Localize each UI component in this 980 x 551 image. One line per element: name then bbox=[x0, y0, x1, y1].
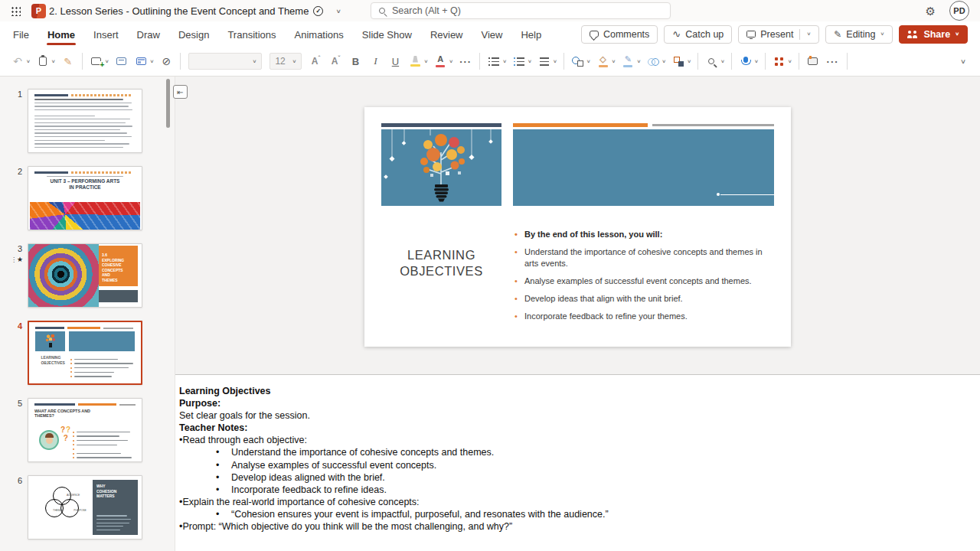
tab-home[interactable]: Home bbox=[47, 24, 76, 45]
notes-line: •“Cohesion ensures your event is impactf… bbox=[179, 508, 972, 520]
tab-file[interactable]: File bbox=[12, 24, 30, 45]
new-slide-icon[interactable]: ∨ bbox=[87, 51, 112, 72]
undo-icon[interactable]: ↶∨ bbox=[8, 51, 33, 72]
more-commands-icon[interactable]: ··· bbox=[823, 51, 843, 72]
thumbnail-scrollbar[interactable] bbox=[166, 79, 170, 128]
slide-thumbnail-5[interactable]: WHAT ARE CONCEPTS AND THEMES??? ? bbox=[28, 398, 142, 462]
tab-transitions[interactable]: Transitions bbox=[227, 24, 276, 45]
arrange-icon[interactable]: ∨ bbox=[668, 51, 694, 72]
paste-icon[interactable]: ∨ bbox=[33, 51, 58, 72]
slide-bullet: •Analyse examples of successful event co… bbox=[514, 276, 773, 287]
slide-thumbnail-3[interactable]: 3.6 EXPLORING COHESIVE CONCEPTS AND THEM… bbox=[28, 243, 142, 308]
present-monitor-icon bbox=[746, 31, 756, 37]
slide-bullet-list[interactable]: •By the end of this lesson, you will:•Un… bbox=[501, 229, 774, 328]
comments-label: Comments bbox=[603, 29, 649, 40]
search-input[interactable]: Search (Alt + Q) bbox=[371, 2, 671, 19]
tab-help[interactable]: Help bbox=[520, 24, 542, 45]
app-launcher-waffle-icon[interactable] bbox=[11, 6, 21, 16]
designer-icon[interactable]: ∨ bbox=[769, 51, 795, 72]
share-chevron-down-icon: ∨ bbox=[955, 31, 959, 37]
title-chevron-down-icon[interactable]: ∨ bbox=[335, 8, 341, 14]
underline-icon[interactable]: U bbox=[385, 51, 405, 72]
editing-pencil-icon: ✎ bbox=[834, 30, 841, 39]
find-icon[interactable]: ∨ bbox=[702, 51, 727, 72]
notes-line: •Analyse examples of successful event co… bbox=[179, 459, 972, 471]
notes-line: Teacher Notes: bbox=[179, 422, 972, 434]
numbering-icon[interactable]: ∨ bbox=[509, 51, 534, 72]
format-painter-icon[interactable]: ✎ bbox=[58, 51, 78, 72]
slide-canvas[interactable]: LEARNING OBJECTIVES •By the end of this … bbox=[364, 107, 791, 347]
font-size-combobox[interactable]: 12∨ bbox=[266, 51, 305, 72]
powerpoint-logo-icon[interactable]: P bbox=[31, 4, 46, 18]
bullet-dot-icon: • bbox=[514, 311, 524, 322]
toolbar-separator bbox=[564, 53, 564, 70]
slide-number: 1 bbox=[0, 89, 28, 153]
toolbar-separator bbox=[731, 53, 732, 70]
document-title[interactable]: 2. Lesson Series - Outlining the Event C… bbox=[49, 5, 309, 17]
hide-slide-icon[interactable]: ⊘ bbox=[156, 51, 176, 72]
settings-gear-icon[interactable]: ⚙ bbox=[926, 5, 936, 17]
slide-title[interactable]: LEARNING OBJECTIVES bbox=[381, 247, 501, 328]
share-button[interactable]: Share ∨ bbox=[899, 25, 968, 44]
notes-line: •Incorporate feedback to refine ideas. bbox=[179, 484, 972, 496]
present-button[interactable]: Present ∨ bbox=[738, 25, 819, 44]
collapse-ribbon-chevron-icon[interactable]: ∨ bbox=[960, 57, 966, 65]
present-chevron-down-icon[interactable]: ∨ bbox=[806, 31, 811, 37]
blue-panel[interactable] bbox=[513, 129, 774, 206]
account-avatar[interactable]: PD bbox=[949, 1, 969, 21]
tab-draw[interactable]: Draw bbox=[136, 24, 161, 45]
bullets-icon[interactable]: ∨ bbox=[484, 51, 509, 72]
dictate-icon[interactable]: ∨ bbox=[736, 51, 761, 72]
comment-bubble-icon bbox=[590, 31, 599, 37]
grow-font-icon[interactable]: Aˆ bbox=[305, 51, 325, 72]
notes-line: •Prompt: “Which objective do you think w… bbox=[179, 520, 972, 533]
thumbnail-row-2: 2UNIT 3 – PERFORMING ARTS IN PRACTICE bbox=[0, 166, 175, 230]
notes-line: Purpose: bbox=[179, 397, 972, 409]
bold-icon[interactable]: B bbox=[345, 51, 365, 72]
search-placeholder: Search (Alt + Q) bbox=[392, 5, 461, 16]
title-bar: P 2. Lesson Series - Outlining the Event… bbox=[0, 0, 980, 21]
slide-thumbnail-4[interactable]: LEARNINGOBJECTIVES bbox=[28, 321, 142, 385]
shape-outline-icon[interactable]: ✎∨ bbox=[618, 51, 643, 72]
catch-up-label: Catch up bbox=[685, 29, 724, 40]
thumbnail-row-6: 6AUDIENCETHEMEPURPOSEWHY COHESION MATTER… bbox=[0, 475, 175, 540]
slide-thumbnail-1[interactable] bbox=[28, 89, 142, 153]
speaker-notes-pane[interactable]: Learning ObjectivesPurpose:Set clear goa… bbox=[175, 375, 980, 551]
tab-animations[interactable]: Animations bbox=[294, 24, 345, 45]
tab-review[interactable]: Review bbox=[430, 24, 464, 45]
slide-number: 6 bbox=[0, 475, 28, 540]
toolbar-separator bbox=[697, 53, 698, 70]
italic-icon[interactable]: I bbox=[365, 51, 385, 72]
ribbon-toolbar: ↶∨∨✎∨∨⊘∨12∨AˆAˇBIU∨A∨···∨∨∨∨◇∨✎∨∨∨∨∨∨···… bbox=[0, 47, 980, 77]
notes-line: Set clear goals for the session. bbox=[179, 409, 972, 422]
panel-dot-decoration bbox=[717, 193, 720, 196]
tab-design[interactable]: Design bbox=[178, 24, 210, 45]
catch-up-button[interactable]: ∿ Catch up bbox=[664, 25, 732, 44]
notes-icon[interactable] bbox=[803, 51, 823, 72]
lightbulb-illustration[interactable] bbox=[381, 129, 501, 206]
slide-thumbnail-2[interactable]: UNIT 3 – PERFORMING ARTS IN PRACTICE bbox=[28, 166, 142, 230]
orange-bar bbox=[513, 123, 648, 127]
merge-shapes-icon[interactable]: ∨ bbox=[643, 51, 668, 72]
collapse-thumbnail-pane-button[interactable]: ⇤ bbox=[173, 85, 188, 99]
reuse-slides-icon[interactable] bbox=[112, 51, 132, 72]
shapes-icon[interactable]: ∨ bbox=[568, 51, 593, 72]
tab-insert[interactable]: Insert bbox=[93, 24, 119, 45]
editing-mode-button[interactable]: ✎ Editing ∨ bbox=[825, 25, 893, 44]
panel-line-decoration bbox=[720, 194, 774, 195]
more-font-options-icon[interactable]: ··· bbox=[456, 51, 475, 72]
shrink-font-icon[interactable]: Aˇ bbox=[325, 51, 345, 72]
tab-view[interactable]: View bbox=[481, 24, 504, 45]
highlight-icon[interactable]: ∨ bbox=[405, 51, 430, 72]
shape-fill-icon[interactable]: ◇∨ bbox=[593, 51, 619, 72]
align-icon[interactable]: ∨ bbox=[534, 51, 560, 72]
slide-thumbnail-6[interactable]: AUDIENCETHEMEPURPOSEWHY COHESION MATTERS bbox=[28, 475, 142, 540]
slide-number: 4 bbox=[0, 321, 28, 385]
comments-button[interactable]: Comments bbox=[581, 25, 658, 44]
gray-bar bbox=[652, 124, 774, 126]
toolbar-separator bbox=[180, 53, 181, 70]
layout-icon[interactable]: ∨ bbox=[132, 51, 157, 72]
font-name-combobox[interactable]: ∨ bbox=[185, 51, 266, 72]
font-color-icon[interactable]: A∨ bbox=[430, 51, 456, 72]
tab-slide-show[interactable]: Slide Show bbox=[361, 24, 413, 45]
